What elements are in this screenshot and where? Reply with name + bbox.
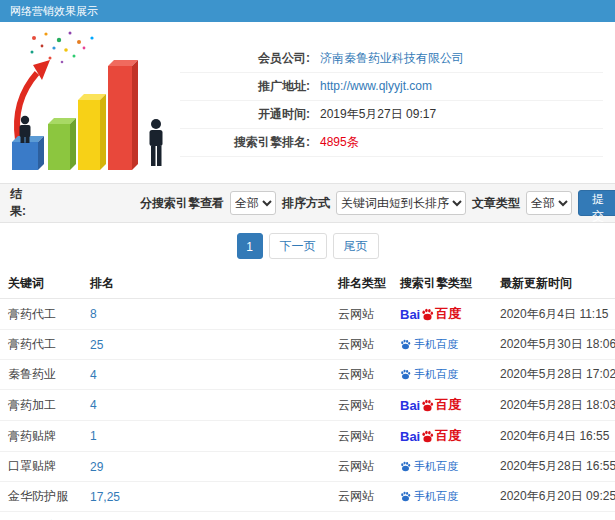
header-rank: 排名 [82,269,330,299]
keyword-cell: 金华防护服 [0,482,82,512]
update-time-cell: 2020年5月30日 18:06 [492,330,615,360]
confetti-dots [31,32,94,68]
result-label: 结果: [10,186,26,220]
baidu-logo-text: Bai [400,398,420,413]
engine-cell: Bai百度 [392,390,492,421]
info-row-open-time: 开通时间: 2019年5月27日 09:17 [180,101,603,129]
rank-count-label: 搜索引擎排名: [180,134,310,151]
next-page-button[interactable]: 下一页 [269,233,327,259]
rank-table: 关键词 排名 排名类型 搜索引擎类型 最新更新时间 膏药代工 8 云网站 Bai… [0,269,615,520]
person-figure-right [150,119,163,166]
page-current[interactable]: 1 [237,233,263,259]
update-time-cell: 2020年6月4日 16:55 [492,421,615,452]
rank-type-cell: 云网站 [330,390,392,421]
engine-filter-label: 分搜索引擎查看 [140,195,224,212]
rank-link[interactable]: 29 [90,460,103,474]
open-time-label: 开通时间: [180,106,310,123]
info-row-rank-count: 搜索引擎排名: 4895条 [180,129,603,157]
header-keyword: 关键词 [0,269,82,299]
baidu-logo: Bai百度 [400,305,461,323]
rank-link[interactable]: 4 [90,398,97,412]
baidu-logo: Bai百度 [400,396,461,414]
engine-cell: Bai百度 [392,299,492,330]
article-type-select[interactable]: 全部 [526,191,572,215]
table-row: 膏药代工 8 云网站 Bai百度 2020年6月4日 11:15 [0,299,615,330]
mobile-baidu-icon [400,339,411,350]
table-row: 膏药加工 4 云网站 Bai百度 2020年5月28日 18:03 [0,390,615,421]
baidu-paw-icon [421,399,434,412]
page-header: 网络营销效果展示 [0,0,615,22]
mobile-baidu-label: 手机百度 [400,367,458,382]
engine-cell: 手机百度 [392,330,492,360]
baidu-logo-cn: 百度 [435,427,461,445]
table-row: 膏药代工 25 云网站 手机百度 2020年5月30日 18:06 [0,330,615,360]
baidu-paw-icon [421,430,434,443]
company-link[interactable]: 济南秦鲁药业科技有限公司 [320,50,464,67]
last-page-button[interactable]: 尾页 [333,233,379,259]
mobile-baidu-text: 手机百度 [414,367,458,382]
update-time-cell: 2020年5月28日 16:55 [492,452,615,482]
sort-filter-select[interactable]: 关键词由短到长排序 [336,191,466,215]
baidu-logo-cn: 百度 [435,305,461,323]
marketing-chart-illustration [4,28,176,173]
engine-cell: 手机百度 [392,512,492,520]
rank-count-unit: 条 [347,135,359,149]
rank-link[interactable]: 4 [90,368,97,382]
keyword-cell: 秦鲁药业 [0,360,82,390]
header-rank-type: 排名类型 [330,269,392,299]
table-row: 秦鲁药业 4 云网站 手机百度 2020年5月28日 17:02 [0,360,615,390]
table-row: 金华防护服 17,25 云网站 手机百度 2020年6月20日 09:25 [0,482,615,512]
page-title: 网络营销效果展示 [10,5,98,17]
site-label: 推广地址: [180,78,310,95]
mobile-baidu-label: 手机百度 [400,489,458,504]
rank-link[interactable]: 1 [90,429,97,443]
rank-type-cell: 云网站 [330,482,392,512]
baidu-logo: Bai百度 [400,427,461,445]
mobile-baidu-label: 手机百度 [400,337,458,352]
rank-type-cell: 云网站 [330,452,392,482]
member-info-panel: 会员公司: 济南秦鲁药业科技有限公司 推广地址: http://www.qlyy… [180,45,615,157]
engine-cell: 手机百度 [392,360,492,390]
header-engine-type: 搜索引擎类型 [392,269,492,299]
baidu-logo-text: Bai [400,429,420,444]
rank-type-cell: 云网站 [330,360,392,390]
mobile-baidu-label: 手机百度 [400,459,458,474]
promotion-url-link[interactable]: http://www.qlyyjt.com [320,79,432,93]
engine-cell: 手机百度 [392,482,492,512]
engine-filter-select[interactable]: 全部 [230,191,276,215]
rank-count-value: 4895条 [320,134,359,151]
rank-type-cell: 云网站 [330,512,392,520]
filter-bar: 结果: 分搜索引擎查看 全部 排序方式 关键词由短到长排序 文章类型 全部 提交 [0,183,615,223]
baidu-paw-icon [421,308,434,321]
rank-link[interactable]: 25 [90,338,103,352]
update-time-cell: 2020年5月28日 18:03 [492,390,615,421]
update-time-cell: 2020年6月20日 09:25 [492,482,615,512]
baidu-logo-text: Bai [400,307,420,322]
mobile-baidu-text: 手机百度 [414,459,458,474]
mobile-baidu-icon [400,491,411,502]
mobile-baidu-icon [400,461,411,472]
engine-cell: Bai百度 [392,421,492,452]
table-row: 膏药贴牌 1 云网站 Bai百度 2020年6月4日 16:55 [0,421,615,452]
update-time-cell: 2020年5月28日 17:02 [492,360,615,390]
keyword-cell: 膏药加工 [0,390,82,421]
pagination: 1 下一页 尾页 [0,223,615,269]
mobile-baidu-text: 手机百度 [414,489,458,504]
submit-button[interactable]: 提交 [578,190,615,216]
rank-type-cell: 云网站 [330,299,392,330]
rank-link[interactable]: 8 [90,307,97,321]
baidu-logo-cn: 百度 [435,396,461,414]
table-row: 口罩贴牌 29 云网站 手机百度 2020年5月28日 16:55 [0,452,615,482]
info-section: 会员公司: 济南秦鲁药业科技有限公司 推广地址: http://www.qlyy… [0,22,615,177]
rank-count-number: 4895 [320,135,347,149]
table-row: 福建防护服 10 云网站 手机百度 2020年6月4日 11:10 [0,512,615,520]
keyword-cell: 膏药代工 [0,330,82,360]
keyword-cell: 口罩贴牌 [0,452,82,482]
mobile-baidu-text: 手机百度 [414,337,458,352]
info-row-company: 会员公司: 济南秦鲁药业科技有限公司 [180,45,603,73]
illustration-container [0,28,180,173]
keyword-cell: 膏药代工 [0,299,82,330]
mobile-baidu-icon [400,369,411,380]
filter-controls: 分搜索引擎查看 全部 排序方式 关键词由短到长排序 文章类型 全部 提交 [140,190,615,216]
rank-link[interactable]: 17,25 [90,490,120,504]
